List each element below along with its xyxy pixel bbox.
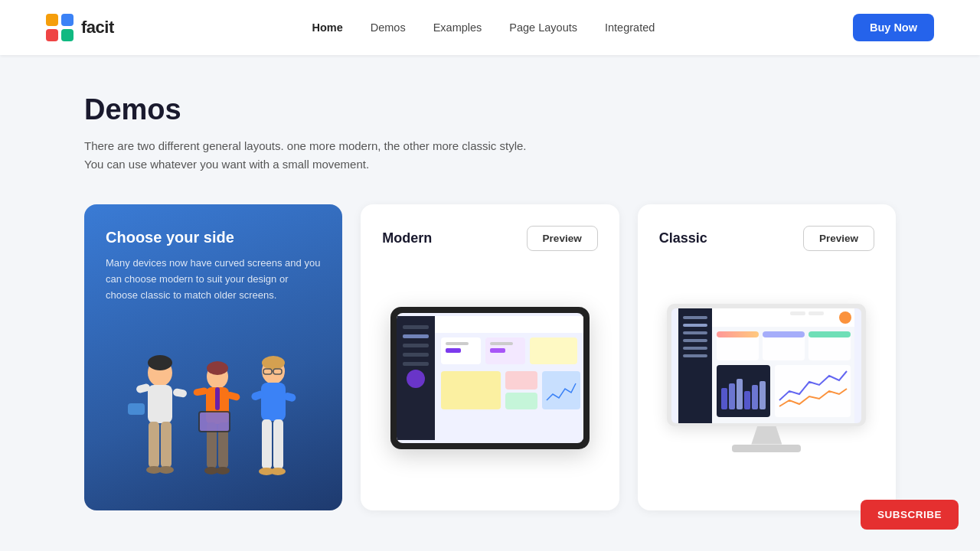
- svg-rect-78: [729, 383, 735, 409]
- monitor-base: [732, 445, 801, 452]
- svg-rect-8: [172, 388, 187, 398]
- logo-link[interactable]: facit: [46, 14, 114, 41]
- page-subtitle: There are two different general layouts.…: [84, 137, 896, 174]
- svg-point-15: [207, 361, 228, 375]
- svg-rect-0: [46, 14, 58, 26]
- main-content: Demos There are two different general la…: [61, 55, 919, 551]
- modern-card-name: Modern: [382, 230, 432, 246]
- svg-rect-79: [737, 379, 743, 409]
- modern-card-header: Modern Preview: [382, 226, 597, 251]
- svg-rect-32: [262, 419, 272, 469]
- svg-point-35: [270, 468, 286, 475]
- modern-preview-button[interactable]: Preview: [527, 226, 598, 251]
- classic-card-header: Classic Preview: [659, 226, 874, 251]
- choose-side-description: Many devices now have curved screens and…: [106, 256, 321, 303]
- svg-rect-77: [721, 388, 727, 409]
- svg-rect-41: [403, 325, 429, 329]
- nav-right: Buy Now: [853, 14, 934, 41]
- svg-rect-43: [403, 344, 429, 347]
- svg-rect-62: [683, 339, 707, 342]
- modern-tablet-mockup: [390, 307, 590, 449]
- modern-demo-card: Modern Preview: [361, 204, 619, 510]
- buy-now-button[interactable]: Buy Now: [853, 14, 934, 41]
- modern-tablet-screen: [397, 313, 583, 443]
- svg-rect-9: [128, 403, 145, 415]
- svg-rect-64: [683, 354, 707, 357]
- svg-rect-60: [683, 324, 707, 327]
- svg-rect-68: [808, 311, 824, 315]
- svg-rect-2: [46, 29, 58, 41]
- svg-rect-50: [446, 342, 469, 345]
- logo-text: facit: [81, 18, 114, 37]
- svg-rect-51: [446, 348, 461, 353]
- page-title: Demos: [84, 93, 896, 126]
- svg-rect-59: [683, 316, 707, 319]
- classic-card-name: Classic: [659, 230, 707, 246]
- nav-item-home[interactable]: Home: [312, 21, 342, 34]
- nav-item-integrated[interactable]: Integrated: [605, 21, 655, 34]
- logo-icon: [46, 14, 74, 41]
- navbar: facit Home Demos Examples Page Layouts I…: [0, 0, 980, 55]
- svg-point-46: [407, 370, 425, 388]
- classic-monitor-screen: [671, 308, 861, 423]
- classic-demo-card: Classic Preview: [638, 204, 896, 510]
- svg-rect-73: [717, 331, 759, 337]
- svg-rect-29: [261, 383, 286, 421]
- svg-rect-17: [215, 387, 220, 410]
- svg-rect-40: [435, 316, 583, 333]
- svg-point-67: [839, 311, 851, 324]
- nav-item-examples[interactable]: Examples: [433, 21, 482, 34]
- svg-rect-81: [752, 385, 758, 409]
- classic-monitor-mockup: [667, 304, 866, 452]
- svg-rect-44: [403, 353, 429, 357]
- svg-rect-83: [775, 365, 851, 417]
- classic-monitor-screen-wrap: [667, 304, 866, 426]
- svg-rect-69: [790, 311, 805, 315]
- cards-row: Choose your side Many devices now have c…: [84, 204, 896, 510]
- svg-rect-74: [763, 331, 805, 337]
- choose-side-card: Choose your side Many devices now have c…: [84, 204, 342, 510]
- svg-rect-53: [490, 348, 505, 353]
- monitor-stand: [751, 426, 782, 445]
- classic-preview-button[interactable]: Preview: [803, 226, 874, 251]
- subscribe-button[interactable]: SUBSCRIBE: [861, 500, 959, 530]
- svg-rect-11: [161, 422, 172, 468]
- choose-side-title: Choose your side: [106, 229, 321, 246]
- svg-rect-54: [441, 371, 501, 409]
- svg-rect-52: [490, 342, 513, 345]
- choose-side-illustration: [84, 321, 342, 510]
- svg-point-23: [216, 467, 230, 474]
- people-illustration: [106, 342, 321, 510]
- svg-point-5: [148, 355, 172, 370]
- svg-rect-45: [403, 362, 429, 366]
- svg-rect-66: [712, 308, 854, 327]
- svg-rect-1: [61, 14, 74, 26]
- svg-point-25: [262, 356, 285, 370]
- svg-rect-61: [683, 331, 707, 334]
- modern-card-image: [382, 266, 597, 489]
- nav-item-page-layouts[interactable]: Page Layouts: [509, 21, 577, 34]
- svg-rect-6: [148, 385, 172, 423]
- svg-rect-82: [760, 381, 766, 409]
- nav-item-demos[interactable]: Demos: [371, 21, 406, 34]
- nav-links: Home Demos Examples Page Layouts Integra…: [312, 21, 655, 34]
- svg-rect-80: [744, 391, 750, 409]
- svg-point-13: [158, 466, 174, 474]
- classic-card-image: [659, 266, 874, 489]
- svg-rect-75: [808, 331, 851, 337]
- svg-rect-10: [149, 422, 159, 468]
- svg-rect-49: [530, 337, 577, 364]
- svg-rect-63: [683, 347, 707, 350]
- svg-rect-57: [542, 371, 580, 409]
- svg-rect-42: [403, 334, 429, 338]
- svg-rect-33: [273, 419, 283, 469]
- svg-rect-3: [61, 29, 74, 41]
- svg-rect-56: [505, 393, 537, 409]
- svg-rect-55: [505, 371, 537, 390]
- svg-rect-37: [200, 412, 229, 431]
